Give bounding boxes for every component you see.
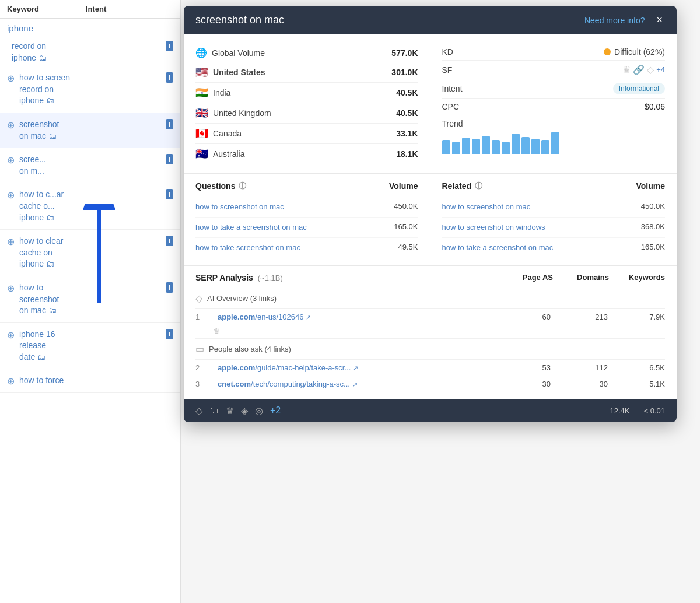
footer-trophy-icon[interactable]: ♛ [226, 405, 234, 416]
trend-bar [472, 139, 480, 154]
country-us-value: 301.0K [391, 68, 418, 77]
paa-text: People also ask (4 links) [209, 345, 291, 353]
list-item[interactable]: ⊕ how to clearcache oniphone 🗂 I [0, 230, 180, 276]
question-volume: 49.5K [398, 243, 418, 251]
keyword-text: record oniphone 🗂 [12, 41, 161, 64]
footer-gem-icon[interactable]: ◈ [241, 405, 248, 416]
serp-link-3[interactable]: cnet.com/tech/computing/taking-a-sc... ↗ [218, 380, 494, 388]
serp-page-as-header: Page AS [506, 273, 553, 282]
country-us-label: 🇺🇸 United States [195, 66, 265, 79]
expand-icon: ⊕ [7, 329, 15, 341]
country-gb-name: United Kingdom [213, 108, 271, 118]
serp-page-as-3: 30 [498, 380, 551, 388]
ai-overview-icon: ◇ [195, 293, 202, 304]
serp-row-2: 2 apple.com/guide/mac-help/take-a-scr...… [195, 360, 665, 376]
trend-bar [512, 134, 520, 154]
questions-title: Questions ⓘ [195, 181, 246, 191]
cpc-value: $0.06 [645, 102, 665, 111]
expand-icon: ⊕ [7, 120, 15, 131]
country-in-name: India [213, 88, 230, 97]
sidebar-header: Keyword Intent [0, 0, 180, 19]
question-row: how to take a screenshot on mac165.0K [195, 218, 418, 238]
close-button[interactable]: × [654, 14, 665, 26]
serp-page-as-2: 53 [498, 363, 551, 372]
footer-circle-icon[interactable]: ◎ [255, 405, 263, 416]
country-au-value: 18.1K [396, 149, 418, 159]
modal-footer: ◇ 🗂 ♛ ◈ ◎ +2 12.4K < 0.01 [184, 399, 677, 422]
cpc-label: CPC [442, 102, 460, 111]
footer-volume-value: 12.4K [610, 406, 630, 415]
footer-clipboard-icon[interactable]: 🗂 [209, 405, 219, 416]
question-link[interactable]: how to take screenshot on mac [195, 243, 391, 253]
intent-badge: I [166, 41, 173, 51]
expand-icon: ⊕ [7, 236, 15, 247]
serp-row-3: 3 cnet.com/tech/computing/taking-a-sc...… [195, 376, 665, 392]
question-link[interactable]: how to screenshot on mac [195, 202, 387, 212]
trend-label: Trend [442, 119, 463, 128]
country-in-value: 40.5K [396, 88, 418, 97]
questions-list: how to screenshot on mac450.0Khow to tak… [195, 197, 418, 258]
global-volume-value: 577.0K [391, 48, 418, 58]
need-more-info-link[interactable]: Need more info? [584, 16, 645, 25]
trend-bar [482, 136, 490, 154]
modal-body: 🌐 Global Volume 577.0K 🇺🇸 United States … [184, 34, 677, 399]
keyword-text: how to c...arcache o...iphone 🗂 [19, 189, 161, 223]
list-item[interactable]: ⊕ how toscreenshoton mac 🗂 I [0, 276, 180, 323]
related-row: how to take a screenshot on mac165.0K [442, 238, 666, 258]
sf-plus: +4 [656, 65, 665, 74]
serp-link-1[interactable]: apple.com/en-us/102646 ↗ [218, 313, 494, 321]
list-item-screenshot-on-mac[interactable]: ⊕ screenshoton mac 🗂 I [0, 113, 180, 148]
sidebar: Keyword Intent iphone record oniphone 🗂 … [0, 0, 181, 603]
serp-num-2: 2 [195, 363, 213, 372]
related-title: Related ⓘ [442, 181, 483, 191]
link-icon: 🔗 [633, 64, 645, 75]
related-section: Related ⓘ Volume how to screenshot on ma… [430, 174, 677, 265]
list-item[interactable]: ⊕ how to force [0, 369, 180, 393]
stats-section: KD Difficult (62%) SF ♛ 🔗 ◇ +4 [430, 34, 677, 173]
serp-keywords-header: Keywords [618, 273, 665, 282]
intent-badge: I [166, 282, 173, 293]
list-item[interactable]: ⊕ iphone 16releasedate 🗂 I [0, 323, 180, 370]
list-item[interactable]: ⊕ scree...on m... I [0, 148, 180, 183]
question-link[interactable]: how to take a screenshot on mac [195, 222, 387, 233]
related-link[interactable]: how to screenshot on mac [442, 202, 634, 212]
questions-header: Questions ⓘ Volume [195, 181, 418, 191]
country-gb-label: 🇬🇧 United Kingdom [195, 107, 271, 120]
sf-icons: ♛ 🔗 ◇ +4 [622, 64, 665, 75]
serp-keywords-3: 5.1K [612, 380, 665, 388]
serp-special-paa: ▭ People also ask (4 links) [195, 339, 665, 360]
related-volume-header: Volume [636, 181, 665, 191]
question-row: how to screenshot on mac450.0K [195, 197, 418, 218]
country-gb-value: 40.5K [396, 108, 418, 118]
trend-chart [442, 131, 559, 154]
global-volume-label: 🌐 Global Volume [195, 47, 265, 58]
list-item[interactable]: ⊕ how to c...arcache o...iphone 🗂 I [0, 183, 180, 230]
list-item[interactable]: record oniphone 🗂 I [0, 36, 180, 66]
list-item[interactable]: ⊕ how to screenrecord oniphone 🗂 I [0, 66, 180, 113]
serp-link-2[interactable]: apple.com/guide/mac-help/take-a-scr... ↗ [218, 363, 494, 372]
trend-bar [522, 137, 530, 154]
questions-info-icon[interactable]: ⓘ [239, 181, 246, 191]
modal-header-actions: Need more info? × [584, 14, 665, 26]
serp-domains-3: 30 [555, 380, 608, 388]
keyword-text: iphone 16releasedate 🗂 [19, 329, 161, 363]
serp-keywords-1: 7.9K [612, 313, 665, 321]
footer-plus-label[interactable]: +2 [270, 405, 281, 416]
modal-title: screenshot on mac [195, 14, 284, 26]
modal-top-section: 🌐 Global Volume 577.0K 🇺🇸 United States … [184, 34, 677, 174]
col-intent-header: Intent [86, 5, 106, 13]
related-volume: 165.0K [641, 243, 665, 251]
intent-badge: I [166, 236, 173, 246]
related-info-icon[interactable]: ⓘ [475, 181, 482, 191]
kd-value: Difficult (62%) [604, 47, 665, 57]
related-row: how to screenshot on mac450.0K [442, 197, 666, 218]
iphone-row: iphone [0, 19, 180, 36]
footer-diamond-icon[interactable]: ◇ [195, 405, 202, 416]
trend-bar [492, 140, 500, 154]
related-link[interactable]: how to take a screenshot on mac [442, 243, 634, 253]
diamond-icon: ◇ [647, 64, 654, 75]
country-ca-label: 🇨🇦 Canada [195, 127, 242, 140]
related-link[interactable]: how to screenshot on windows [442, 222, 634, 233]
related-volume: 368.0K [641, 222, 665, 231]
serp-keywords-2: 6.5K [612, 363, 665, 372]
